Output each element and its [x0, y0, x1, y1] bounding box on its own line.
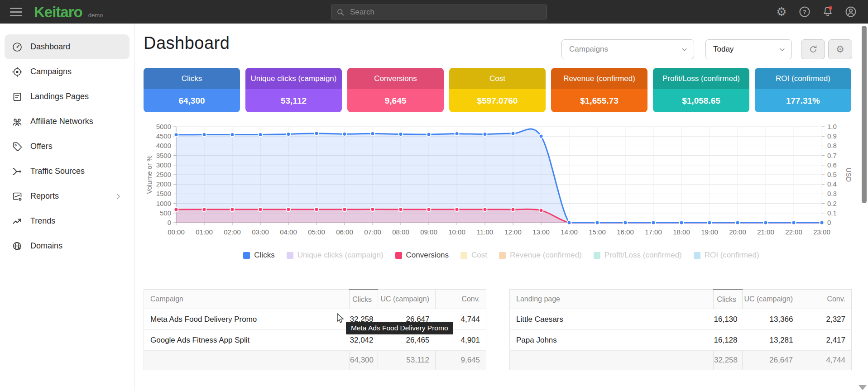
- sidebar-item-dashboard[interactable]: Dashboard: [5, 34, 129, 59]
- chevron-down-icon: [778, 46, 786, 53]
- legend-item-conversions[interactable]: Conversions: [395, 251, 449, 260]
- legend-swatch: [594, 252, 600, 259]
- svg-text:0: 0: [168, 219, 171, 226]
- campaigns-filter-select[interactable]: Campaigns: [561, 39, 694, 59]
- settings-gear-icon[interactable]: ⚙: [775, 5, 788, 18]
- date-range-select[interactable]: Today: [705, 39, 792, 59]
- column-header-clicks[interactable]: Clicks: [350, 290, 378, 309]
- legend-item-revenue[interactable]: Revenue (confirmed): [499, 251, 582, 260]
- scrollbar-thumb[interactable]: [862, 26, 867, 203]
- brand[interactable]: Keitaro demo: [34, 5, 103, 19]
- stat-card-conversions[interactable]: Conversions 9,645: [347, 68, 444, 112]
- chevron-down-icon: [681, 46, 688, 53]
- svg-text:05:00: 05:00: [308, 228, 325, 236]
- stat-card-clicks[interactable]: Clicks 64,300: [144, 68, 240, 112]
- svg-text:0.1: 0.1: [827, 209, 837, 217]
- svg-text:01:00: 01:00: [196, 228, 213, 236]
- topbar-icons: ⚙ ?: [775, 0, 857, 24]
- svg-text:20:00: 20:00: [729, 228, 746, 236]
- legend-item-roi[interactable]: ROI (confirmed): [694, 251, 759, 260]
- stat-card-revenue[interactable]: Revenue (confirmed) $1,655.73: [551, 68, 647, 112]
- svg-text:$: $: [14, 143, 17, 147]
- table-row[interactable]: Little Caesars 16,130 13,366 2,327: [510, 309, 852, 330]
- svg-text:12:00: 12:00: [504, 228, 522, 236]
- column-header-campaign[interactable]: Campaign: [144, 290, 350, 309]
- chart-legend: Clicks Unique clicks (campaign) Conversi…: [134, 251, 868, 260]
- svg-text:18:00: 18:00: [673, 228, 690, 236]
- help-icon[interactable]: ?: [798, 5, 811, 18]
- column-header-landing-page[interactable]: Landing page: [510, 290, 714, 309]
- svg-text:USD: USD: [845, 167, 853, 182]
- table-row[interactable]: Papa Johns 16,128 13,281 2,417: [510, 330, 852, 351]
- landing-pages-table: Landing page Clicks UC (campaign) Conv. …: [509, 289, 852, 370]
- svg-text:23:00: 23:00: [813, 228, 830, 236]
- stat-card-profit-loss[interactable]: Profit/Loss (confirmed) $1,058.65: [653, 68, 749, 112]
- offers-icon: $: [12, 141, 23, 152]
- stat-card-roi[interactable]: ROI (confirmed) 177.31%: [755, 68, 851, 112]
- svg-text:5000: 5000: [156, 123, 171, 130]
- svg-text:16:00: 16:00: [617, 228, 634, 236]
- sidebar-item-traffic-sources[interactable]: Traffic Sources: [5, 159, 129, 184]
- stat-card-unique-clicks[interactable]: Unique clicks (campaign) 53,112: [245, 68, 342, 112]
- campaigns-icon: [12, 67, 23, 77]
- svg-text:0.8: 0.8: [827, 142, 837, 149]
- legend-item-unique-clicks[interactable]: Unique clicks (campaign): [287, 251, 384, 260]
- svg-text:19:00: 19:00: [701, 228, 718, 236]
- svg-text:21:00: 21:00: [757, 228, 774, 236]
- column-header-conv[interactable]: Conv.: [436, 290, 486, 309]
- brand-logo: Keitaro: [34, 5, 82, 19]
- svg-text:08:00: 08:00: [392, 228, 409, 236]
- reports-icon: [12, 191, 23, 202]
- column-header-conv[interactable]: Conv.: [799, 290, 852, 309]
- dashboard-controls: Campaigns Today ⚙: [561, 39, 852, 59]
- sidebar-item-campaigns[interactable]: Campaigns: [5, 59, 129, 84]
- legend-item-clicks[interactable]: Clicks: [243, 251, 274, 260]
- table-totals-row: 32,258 26,647 4,744: [510, 351, 852, 370]
- column-header-clicks[interactable]: Clicks: [714, 290, 743, 309]
- sidebar: Dashboard Campaigns Landings Pages Aff: [0, 24, 134, 391]
- svg-text:4500: 4500: [156, 132, 171, 140]
- svg-text:0.2: 0.2: [827, 200, 837, 207]
- refresh-button[interactable]: [801, 39, 825, 59]
- table-totals-row: 64,300 53,112 9,645: [144, 351, 486, 370]
- svg-text:07:00: 07:00: [364, 228, 381, 236]
- dashboard-settings-button[interactable]: ⚙: [828, 39, 852, 59]
- refresh-icon: [808, 44, 818, 54]
- svg-text:0.5: 0.5: [827, 171, 837, 178]
- sidebar-item-landings-pages[interactable]: Landings Pages: [5, 84, 129, 109]
- user-avatar-icon[interactable]: [844, 5, 857, 18]
- svg-text:22:00: 22:00: [785, 228, 802, 236]
- sidebar-item-domains[interactable]: Domains: [5, 234, 129, 258]
- svg-text:0: 0: [827, 219, 831, 226]
- column-header-uc-campaign[interactable]: UC (campaign): [743, 290, 799, 309]
- svg-text:0.4: 0.4: [827, 180, 837, 188]
- legend-swatch: [499, 252, 506, 259]
- svg-text:3000: 3000: [156, 161, 171, 169]
- hamburger-menu-icon[interactable]: [10, 8, 22, 16]
- sidebar-item-offers[interactable]: $ Offers: [5, 134, 129, 159]
- hover-tooltip: Meta Ads Food Delivery Promo: [346, 322, 453, 334]
- svg-text:0.9: 0.9: [827, 132, 837, 140]
- svg-text:10:00: 10:00: [448, 228, 465, 236]
- svg-text:3500: 3500: [156, 152, 171, 159]
- sidebar-item-affiliate-networks[interactable]: Affiliate Networks: [5, 109, 129, 134]
- notifications-bell-icon[interactable]: [821, 5, 834, 18]
- column-header-uc-campaign[interactable]: UC (campaign): [378, 290, 436, 309]
- domains-icon: [12, 241, 23, 252]
- legend-item-cost[interactable]: Cost: [460, 251, 487, 260]
- stat-card-cost[interactable]: Cost $597.0760: [449, 68, 546, 112]
- svg-text:09:00: 09:00: [420, 228, 437, 236]
- sidebar-item-reports[interactable]: Reports: [5, 184, 129, 209]
- search-input[interactable]: [349, 7, 542, 17]
- svg-text:17:00: 17:00: [645, 228, 662, 236]
- landings-icon: [12, 91, 23, 102]
- table-header-row: Landing page Clicks UC (campaign) Conv.: [510, 290, 852, 309]
- search-box[interactable]: [331, 5, 547, 19]
- svg-text:1500: 1500: [156, 190, 171, 197]
- scroll-down-arrow-icon[interactable]: [858, 385, 867, 390]
- brand-suffix: demo: [88, 12, 103, 19]
- sidebar-item-trends[interactable]: Trends: [5, 209, 129, 234]
- legend-item-profit-loss[interactable]: Profit/Loss (confirmed): [594, 251, 682, 260]
- chevron-right-icon: [114, 192, 122, 200]
- traffic-sources-icon: [12, 166, 23, 177]
